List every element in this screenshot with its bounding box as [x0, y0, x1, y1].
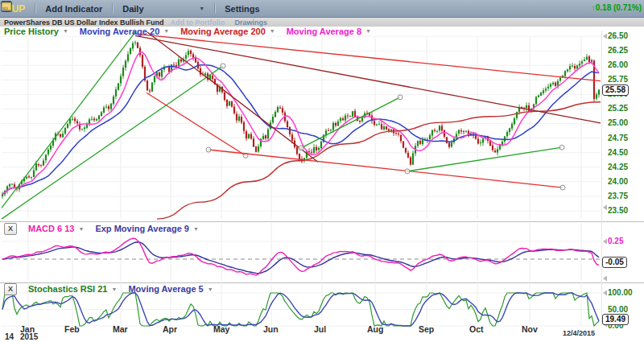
toolbar-separator [214, 3, 215, 14]
x-axis-month-label: Aug [367, 324, 383, 334]
stoch-indicator-dropdown[interactable]: Stochastics RSI 21▼ [28, 284, 117, 294]
macd-axis-label: 0.25 [608, 237, 623, 245]
chevron-down-icon: ▼ [365, 28, 371, 34]
chevron-down-icon: ▼ [63, 28, 68, 34]
price-axis-label: 25.00 [608, 118, 628, 127]
x-axis-month-label: Nov [522, 324, 538, 334]
macd-title: MACD 6 13 [28, 224, 74, 233]
chevron-down-icon: ▼ [163, 28, 169, 34]
macd-line [2, 238, 599, 275]
timeframe-value: Daily [122, 4, 143, 14]
legend-label: Moving Average 200 [180, 27, 266, 36]
price-axis-label: 24.25 [608, 163, 628, 171]
price-axis-label: 24.00 [608, 177, 628, 186]
x-axis-month-label: Jun [263, 324, 279, 334]
add-indicator-button[interactable]: Add Indicator [39, 4, 109, 14]
legend-label: Price History [4, 27, 59, 36]
subtitle-bar: PowerShares DB US Dollar Index Bullish F… [0, 18, 644, 27]
chevron-down-icon: ▼ [78, 226, 84, 232]
legend-ma200-dropdown[interactable]: Moving Average 200▼ [180, 27, 275, 36]
stoch-axis-label: 100.00 [608, 288, 633, 297]
chevron-down-icon: ▼ [199, 6, 204, 11]
x-axis-month-label: Jul [314, 324, 326, 334]
macd-panel-header: X MACD 6 13▼ Exp Moving Average 9▼ [0, 223, 199, 234]
macd-indicator-dropdown[interactable]: MACD 6 13▼ [28, 224, 84, 233]
x-axis-end-date: 12/4/2015 [563, 329, 595, 337]
x-axis-month-label: Sep [419, 324, 434, 334]
stoch-title: Stochastics RSI 21 [28, 284, 107, 294]
price-axis-label: 24.75 [608, 134, 628, 142]
price-axis-label: 26.00 [608, 60, 628, 69]
x-axis-year-label: 2015 [20, 332, 38, 341]
chart-application-window: UUP Add Indicator Daily ▼ Settings [0, 0, 644, 342]
fund-name: PowerShares DB US Dollar Index Bullish F… [0, 19, 164, 27]
legend-price-history-dropdown[interactable]: Price History▼ [4, 27, 68, 36]
last-price-box: 25.58 [602, 84, 629, 96]
x-axis-month-label: Apr [163, 324, 177, 334]
stoch-overlay-title: Moving Average 5 [128, 284, 203, 294]
legend-label: Moving Average 8 [287, 27, 361, 36]
toolbar: UUP Add Indicator Daily ▼ Settings [0, 0, 644, 18]
chevron-down-icon: ▼ [270, 28, 275, 34]
legend-ma8-dropdown[interactable]: Moving Average 8▼ [287, 27, 371, 36]
trendlines[interactable] [2, 32, 601, 219]
price-axis-label: 24.50 [608, 148, 628, 157]
price-axis-label: 25.25 [608, 104, 628, 113]
price-axis-label: 23.75 [608, 192, 628, 200]
price-axis-label: 23.50 [608, 206, 628, 215]
toolbar-separator [112, 3, 113, 14]
alerts-icon[interactable] [275, 2, 287, 15]
camera-icon[interactable] [361, 2, 374, 15]
twitter-icon[interactable] [318, 2, 331, 15]
price-axis-label: 25.75 [608, 75, 628, 84]
x-axis-start-day: 14 [5, 332, 14, 341]
drawings-link[interactable]: Drawings [235, 19, 268, 27]
x-axis-month-label: Mar [113, 324, 128, 334]
macd-overlay-title: Exp Moving Average 9 [95, 224, 189, 233]
cube-icon[interactable] [296, 2, 309, 15]
price-change-text: 0.18 (0.71%) [596, 3, 642, 12]
chevron-down-icon: ▼ [193, 226, 199, 232]
macd-signal-line [2, 242, 599, 274]
close-macd-panel-button[interactable]: X [4, 223, 17, 235]
legend-label: Moving Average 20 [80, 27, 159, 36]
x-axis-month-label: Feb [64, 324, 80, 334]
macd-last-value-box: -0.05 [602, 257, 627, 268]
legend-ma20-dropdown[interactable]: Moving Average 20▼ [80, 27, 169, 36]
stoch-last-value-box: 19.49 [602, 314, 629, 325]
x-axis-month-label: Oct [469, 324, 484, 334]
candlestick-series [2, 40, 600, 198]
price-panel-legend: Price History▼ Moving Average 20▼ Moving… [0, 26, 371, 36]
toolbar-icon-group [275, 2, 396, 15]
price-axis-label: 26.25 [608, 46, 628, 55]
chevron-down-icon: ▼ [208, 286, 213, 292]
add-to-portfolio-link[interactable]: Add to Portfolio [171, 19, 225, 27]
settings-button[interactable]: Settings [218, 4, 266, 14]
x-axis-month-label: May [213, 324, 229, 334]
notes-icon[interactable] [383, 2, 396, 15]
facebook-icon[interactable] [340, 2, 353, 15]
stoch-ma-dropdown[interactable]: Moving Average 5▼ [128, 284, 213, 294]
close-stoch-panel-button[interactable]: X [4, 283, 17, 295]
toolbar-separator [35, 3, 35, 14]
timeframe-dropdown[interactable]: Daily ▼ [116, 4, 211, 14]
price-change-indicator: ↑0.18 (0.71%) [592, 3, 642, 12]
stoch-panel-header: X Stochastics RSI 21▼ Moving Average 5▼ [0, 283, 213, 295]
chevron-down-icon: ▼ [111, 286, 117, 292]
price-axis-label: 26.50 [608, 31, 628, 40]
macd-signal-dropdown[interactable]: Exp Moving Average 9▼ [95, 224, 199, 233]
stoch-axis-label: 50.00 [608, 305, 628, 314]
